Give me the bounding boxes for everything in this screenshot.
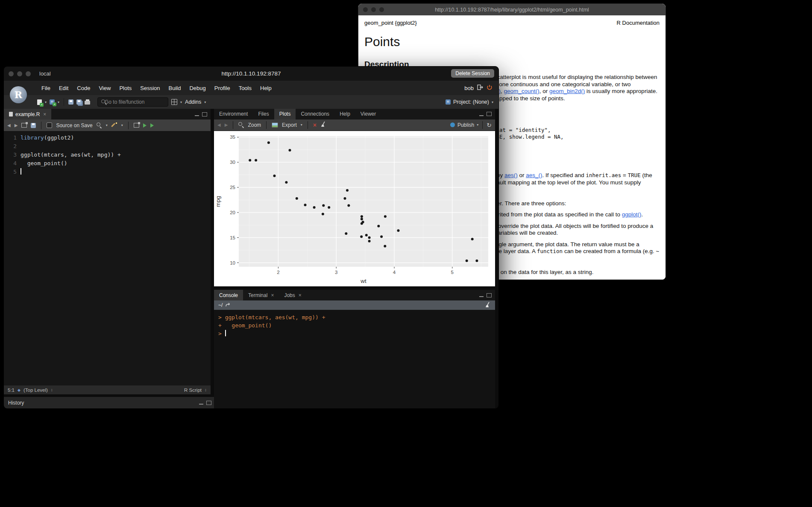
popout-editor-icon[interactable] xyxy=(21,123,27,128)
previous-plot-icon[interactable]: ◀ xyxy=(217,122,221,127)
remove-plot-icon[interactable]: × xyxy=(313,122,317,128)
chevron-down-icon[interactable]: ▾ xyxy=(58,100,59,104)
maximize-pane-icon[interactable] xyxy=(202,112,207,117)
save-icon[interactable] xyxy=(31,123,36,128)
close-window-icon[interactable] xyxy=(363,7,368,12)
chevron-down-icon[interactable]: ▾ xyxy=(204,100,206,104)
code-tools-icon[interactable] xyxy=(111,122,117,128)
minimize-pane-icon[interactable] xyxy=(195,114,199,116)
goto-file-input[interactable] xyxy=(104,99,172,105)
chevron-down-icon[interactable]: ▾ xyxy=(121,123,123,127)
minimize-pane-icon[interactable] xyxy=(479,114,484,116)
minimize-window-icon[interactable] xyxy=(17,71,22,76)
menu-code[interactable]: Code xyxy=(73,85,94,91)
goto-file-box[interactable] xyxy=(97,97,168,107)
code-line[interactable]: geom_point() xyxy=(21,159,211,168)
tab-jobs[interactable]: Jobs× xyxy=(279,290,306,300)
menu-profile[interactable]: Profile xyxy=(210,85,235,91)
delete-session-button[interactable]: Delete Session xyxy=(451,69,494,78)
menu-edit[interactable]: Edit xyxy=(55,85,73,91)
scope-label[interactable]: (Top Level) xyxy=(23,388,48,393)
chevron-down-icon[interactable]: ▾ xyxy=(477,123,478,127)
menu-file[interactable]: File xyxy=(37,85,55,91)
zoom-button[interactable]: Zoom xyxy=(248,122,261,128)
history-pane-label[interactable]: History xyxy=(8,400,24,406)
zoom-window-icon[interactable] xyxy=(379,7,384,12)
goto-directory-icon[interactable] xyxy=(226,302,231,308)
source-on-save-checkbox[interactable] xyxy=(47,122,52,128)
close-tab-icon[interactable]: × xyxy=(271,292,274,298)
next-plot-icon[interactable]: ▶ xyxy=(225,122,228,127)
tab-viewer[interactable]: Viewer xyxy=(355,109,381,119)
chevron-down-icon[interactable]: ▾ xyxy=(180,100,182,104)
doc-link[interactable]: aes() xyxy=(504,172,518,178)
file-type-label[interactable]: R Script xyxy=(184,388,202,393)
menu-session[interactable]: Session xyxy=(136,85,164,91)
scope-stepper-icon[interactable]: ↕ xyxy=(51,388,53,392)
tab-connections[interactable]: Connections xyxy=(296,109,334,119)
code-line[interactable]: ggplot(mtcars, aes(wt, mpg)) + xyxy=(21,151,211,159)
refresh-plot-icon[interactable]: ↻ xyxy=(487,122,492,128)
tab-help[interactable]: Help xyxy=(334,109,355,119)
plot-area[interactable]: 2345101520253035wtmpg xyxy=(214,131,495,286)
save-icon[interactable] xyxy=(68,99,73,105)
doc-link[interactable]: ggplot() xyxy=(622,211,642,218)
tab-environment[interactable]: Environment xyxy=(214,109,253,119)
source-icon[interactable] xyxy=(150,123,154,128)
tab-console[interactable]: Console xyxy=(214,290,243,300)
new-project-icon[interactable] xyxy=(50,99,55,105)
browser-titlebar[interactable]: http://10.1.10.192:8787/help/library/ggp… xyxy=(358,4,665,15)
minimize-window-icon[interactable] xyxy=(371,7,376,12)
menu-help[interactable]: Help xyxy=(256,85,276,91)
menu-tools[interactable]: Tools xyxy=(235,85,256,91)
addins-button[interactable]: Addins xyxy=(185,99,201,105)
code-line[interactable] xyxy=(21,142,211,151)
publish-button[interactable]: Publish xyxy=(457,122,474,128)
publish-icon[interactable] xyxy=(450,122,455,127)
clear-plots-icon[interactable] xyxy=(320,121,326,128)
code-editor[interactable]: 12345 library(ggplot2)ggplot(mtcars, aes… xyxy=(4,131,211,385)
code-line[interactable] xyxy=(21,168,211,176)
doc-link[interactable]: geom_count() xyxy=(504,88,539,94)
export-button[interactable]: Export xyxy=(282,122,297,128)
zoom-window-icon[interactable] xyxy=(26,71,31,76)
menu-build[interactable]: Build xyxy=(164,85,185,91)
clear-console-icon[interactable] xyxy=(485,302,491,309)
quit-session-icon[interactable] xyxy=(487,84,492,92)
doc-link[interactable]: geom_bin2d() xyxy=(549,88,585,94)
minimize-pane-icon[interactable] xyxy=(479,295,484,297)
back-icon[interactable]: ◀ xyxy=(7,123,11,128)
chevron-down-icon[interactable]: ▾ xyxy=(45,100,47,104)
tab-files[interactable]: Files xyxy=(253,109,274,119)
menu-view[interactable]: View xyxy=(94,85,115,91)
code-line[interactable]: library(ggplot2) xyxy=(21,134,211,142)
save-all-icon[interactable] xyxy=(76,99,82,105)
code-area[interactable]: library(ggplot2)ggplot(mtcars, aes(wt, m… xyxy=(21,134,211,385)
zoom-plot-icon[interactable] xyxy=(238,122,244,128)
doc-link[interactable]: aes_() xyxy=(526,172,542,178)
close-tab-icon[interactable]: × xyxy=(299,292,302,298)
tab-plots[interactable]: Plots xyxy=(274,109,296,119)
close-window-icon[interactable] xyxy=(9,71,14,76)
pane-layout-icon[interactable] xyxy=(171,99,177,105)
compile-report-icon[interactable] xyxy=(134,123,139,128)
run-icon[interactable] xyxy=(143,123,147,128)
chevron-down-icon[interactable]: ▾ xyxy=(301,123,302,127)
forward-icon[interactable]: ▶ xyxy=(15,123,18,128)
maximize-pane-icon[interactable] xyxy=(206,401,211,405)
console-output[interactable]: > ggplot(mtcars, aes(wt, mpg)) ++ geom_p… xyxy=(214,310,495,408)
find-replace-icon[interactable] xyxy=(97,122,102,128)
minimize-pane-icon[interactable] xyxy=(199,403,203,405)
maximize-pane-icon[interactable] xyxy=(487,112,492,116)
chevron-down-icon[interactable]: ▾ xyxy=(106,123,108,127)
export-image-icon[interactable] xyxy=(272,122,278,128)
tab-example-r[interactable]: example.R × xyxy=(4,109,51,119)
print-icon[interactable] xyxy=(85,101,90,105)
menu-debug[interactable]: Debug xyxy=(185,85,210,91)
project-selector[interactable]: Project: (None) ▾ xyxy=(446,99,498,105)
file-type-stepper-icon[interactable]: ↕ xyxy=(205,388,207,392)
rstudio-titlebar[interactable]: local http://10.1.10.192:8787 Delete Ses… xyxy=(4,67,498,81)
menu-plots[interactable]: Plots xyxy=(115,85,136,91)
sign-out-icon[interactable] xyxy=(477,84,483,91)
new-file-icon[interactable] xyxy=(37,99,42,105)
